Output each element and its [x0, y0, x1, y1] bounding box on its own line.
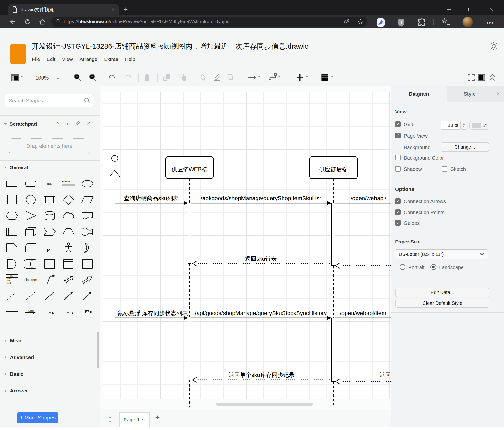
- actor-figure[interactable]: [109, 155, 120, 177]
- shape-parallelogram[interactable]: [78, 192, 97, 208]
- window-close-button[interactable]: [486, 5, 497, 14]
- shape-or[interactable]: [78, 240, 97, 256]
- shape-cylinder[interactable]: [40, 208, 59, 224]
- shape-trapezoid[interactable]: [59, 224, 78, 240]
- shape-document[interactable]: [78, 208, 97, 224]
- shadow-checkbox[interactable]: [395, 166, 401, 171]
- extension-tampermonkey-button[interactable]: [397, 18, 405, 28]
- shape-rounded-rectangle[interactable]: [21, 176, 40, 192]
- shape-cloud[interactable]: [59, 208, 78, 224]
- message-open-webapi-item[interactable]: /open/webapi/item: [340, 310, 386, 316]
- background-change-button[interactable]: Change...: [441, 142, 489, 152]
- grid-size-input[interactable]: 10 pt: [441, 121, 460, 130]
- scratchpad-edit-icon[interactable]: [75, 121, 81, 126]
- back-button[interactable]: [9, 18, 17, 26]
- grid-color-button[interactable]: [469, 121, 489, 130]
- participant-backend[interactable]: 供应链后端: [309, 157, 358, 179]
- shape-diamond[interactable]: [59, 192, 78, 208]
- view-panels-button[interactable]: [10, 73, 19, 82]
- activation-bars[interactable]: [188, 203, 335, 382]
- scratchpad-help-icon[interactable]: ?: [57, 121, 60, 127]
- message-hover-sync-status[interactable]: 鼠标悬浮 库存同步状态列表: [118, 310, 188, 316]
- to-back-button[interactable]: [179, 73, 188, 82]
- shape-internal-storage[interactable]: [2, 224, 21, 240]
- extension-thunder-button[interactable]: [376, 18, 385, 28]
- message-return-single-sku-record[interactable]: 返回单个sku库存同步记录: [228, 372, 295, 378]
- scratchpad-close-icon[interactable]: ✕: [87, 121, 91, 127]
- to-front-button[interactable]: [162, 73, 171, 82]
- edit-data-button[interactable]: Edit Data...: [396, 288, 489, 297]
- zoom-out-button[interactable]: [88, 73, 97, 82]
- fill-color-button[interactable]: [198, 73, 207, 82]
- scratchpad-add-icon[interactable]: +: [66, 121, 69, 127]
- fullscreen-button[interactable]: [467, 73, 476, 82]
- shape-bidirectional-connector[interactable]: [59, 288, 78, 304]
- section-misc[interactable]: Misc: [0, 332, 99, 349]
- shape-actor[interactable]: [59, 240, 78, 256]
- shape-ellipse[interactable]: [78, 176, 97, 192]
- shape-hexagon[interactable]: [2, 208, 21, 224]
- shape-message-arrow[interactable]: [78, 304, 97, 320]
- menu-file[interactable]: File: [29, 55, 44, 64]
- delete-button[interactable]: [143, 73, 152, 82]
- address-bar[interactable]: https://file.kkview.cn/onlinePreview?url…: [51, 17, 368, 27]
- collapse-toolbar-button[interactable]: [488, 73, 497, 82]
- waypoints-button[interactable]: [268, 73, 277, 82]
- shape-triangle[interactable]: [21, 208, 40, 224]
- zoom-level[interactable]: 100%: [35, 75, 49, 81]
- stepper-down-icon[interactable]: [462, 126, 465, 129]
- message-return-clipped[interactable]: 返回: [379, 372, 391, 378]
- shape-link[interactable]: [2, 304, 21, 320]
- return-lines-2[interactable]: [194, 380, 391, 382]
- refresh-button[interactable]: [23, 18, 32, 26]
- shape-dotted-line[interactable]: [21, 288, 40, 304]
- shape-data-storage[interactable]: [21, 256, 40, 272]
- shape-search[interactable]: [5, 94, 94, 107]
- shape-process[interactable]: [40, 192, 59, 208]
- collections-button[interactable]: [441, 18, 450, 27]
- section-basic[interactable]: Basic: [0, 365, 99, 383]
- landscape-radio[interactable]: [431, 264, 436, 270]
- shape-link-edge[interactable]: [40, 304, 59, 320]
- menu-extras[interactable]: Extras: [101, 55, 122, 64]
- scratchpad-section[interactable]: Scratchpad ? + ✕: [0, 116, 99, 132]
- zoom-caret-icon[interactable]: [57, 78, 59, 81]
- redo-button[interactable]: [124, 73, 133, 82]
- window-maximize-button[interactable]: [465, 5, 476, 14]
- return-lines-1[interactable]: [194, 263, 391, 266]
- tab-close-icon[interactable]: ✕: [111, 7, 115, 12]
- shape-square[interactable]: [2, 192, 21, 208]
- shape-tape[interactable]: [78, 224, 97, 240]
- shape-directional-connector[interactable]: [78, 288, 97, 304]
- shape-bidirectional-arrow[interactable]: [59, 272, 78, 288]
- shape-cube[interactable]: [21, 224, 40, 240]
- menu-help[interactable]: Help: [121, 55, 138, 64]
- shape-and[interactable]: [2, 256, 21, 272]
- shape-list[interactable]: ListItem 1Item 2Item 3: [2, 272, 21, 288]
- section-arrows[interactable]: Arrows: [0, 382, 99, 399]
- shape-rectangle[interactable]: [2, 176, 21, 192]
- add-page-button[interactable]: +: [155, 413, 160, 422]
- shape-step[interactable]: [40, 224, 59, 240]
- message-query-sku-list[interactable]: 查询店铺商品sku列表: [124, 195, 179, 201]
- grid-checkbox[interactable]: ✓: [395, 121, 401, 127]
- home-button[interactable]: [38, 18, 46, 26]
- shape-horizontal-container[interactable]: [78, 256, 97, 272]
- diagram-canvas[interactable]: 供应链WEB端 供应链后端 查询店铺商品sku列表 /api/goods/sho…: [100, 86, 391, 409]
- favorite-star-icon[interactable]: [358, 19, 363, 25]
- sketch-checkbox[interactable]: [442, 166, 447, 171]
- tab-diagram[interactable]: Diagram: [391, 86, 447, 102]
- shape-card[interactable]: [21, 240, 40, 256]
- participant-web[interactable]: 供应链WEB端: [166, 157, 213, 179]
- message-return-sku-list[interactable]: 返回sku链表: [245, 255, 277, 262]
- menu-view[interactable]: View: [59, 55, 76, 64]
- connection-arrows-checkbox[interactable]: ✓: [395, 198, 401, 204]
- page-tab[interactable]: Page-1: [119, 412, 150, 427]
- paper-size-select[interactable]: US-Letter (8,5" x 11"): [395, 249, 488, 259]
- clear-default-style-button[interactable]: Clear Default Style: [396, 299, 489, 308]
- grid-size-stepper[interactable]: [461, 121, 466, 130]
- panel-close-icon[interactable]: ✕: [492, 86, 504, 102]
- connection-points-checkbox[interactable]: ✓: [395, 209, 401, 215]
- shape-arrow[interactable]: [78, 272, 97, 288]
- undo-button[interactable]: [107, 73, 117, 82]
